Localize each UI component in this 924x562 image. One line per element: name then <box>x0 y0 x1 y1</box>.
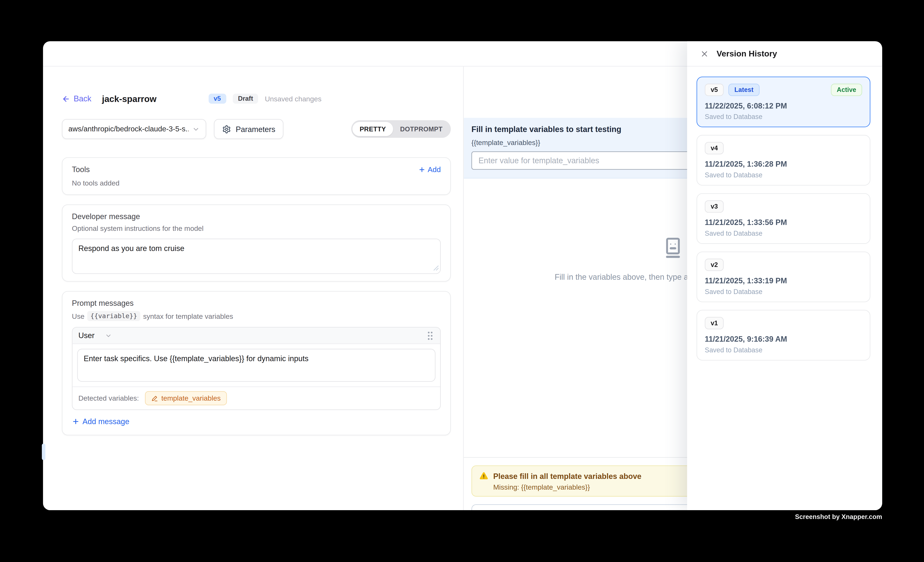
app-window: Back jack-sparrow v5 Draft Unsaved chang… <box>43 41 882 510</box>
back-label: Back <box>74 94 92 103</box>
add-message-label: Add message <box>82 417 129 426</box>
collapsed-sidebar-handle[interactable] <box>42 444 45 460</box>
toggle-option-pretty[interactable]: PRETTY <box>352 122 393 136</box>
active-badge: Active <box>831 84 862 96</box>
stage: Back jack-sparrow v5 Draft Unsaved chang… <box>0 0 924 562</box>
version-history-title: Version History <box>717 49 777 58</box>
variable-code-chip: {{variable}} <box>87 311 140 321</box>
title-row: Back jack-sparrow v5 Draft Unsaved chang… <box>62 94 451 104</box>
version-status: Saved to Database <box>705 172 862 179</box>
version-timestamp: 11/22/2025, 6:08:12 PM <box>705 102 862 110</box>
message-block: User Enter task specifics. Use {{templat… <box>72 327 441 410</box>
back-button[interactable]: Back <box>62 94 92 103</box>
version-status: Saved to Database <box>705 230 862 237</box>
version-number-badge: v3 <box>705 200 724 212</box>
model-select[interactable]: aws/anthropic/bedrock-claude-3-5-s... <box>62 119 206 139</box>
add-tool-button[interactable]: Add <box>418 165 441 173</box>
hint-suffix: syntax for template variables <box>143 312 233 320</box>
tools-title: Tools <box>72 165 90 174</box>
version-status: Saved to Database <box>705 113 862 120</box>
developer-message-title: Developer message <box>72 212 441 221</box>
warning-title: Please fill in all template variables ab… <box>493 472 642 480</box>
version-status: Saved to Database <box>705 288 862 295</box>
version-badge: v5 <box>208 94 226 104</box>
version-timestamp: 11/21/2025, 9:16:39 AM <box>705 335 862 343</box>
warning-triangle-icon <box>479 471 489 481</box>
detected-variables-row: Detected variables: template_variables <box>72 386 440 409</box>
detected-variables-label: Detected variables: <box>78 394 139 402</box>
plus-icon <box>72 418 80 425</box>
prompt-editor-pane: Back jack-sparrow v5 Draft Unsaved chang… <box>43 67 464 510</box>
draft-badge: Draft <box>232 94 258 104</box>
version-timestamp: 11/21/2025, 1:36:28 PM <box>705 160 862 169</box>
version-status: Saved to Database <box>705 347 862 354</box>
chevron-down-icon <box>105 332 112 339</box>
page-title: jack-sparrow <box>102 94 157 104</box>
latest-badge: Latest <box>729 84 759 96</box>
drag-handle-icon[interactable] <box>426 330 434 341</box>
arrow-left-icon <box>62 95 70 103</box>
plus-icon <box>418 166 426 173</box>
version-list: v5 Latest Active 11/22/2025, 6:08:12 PM … <box>687 67 882 360</box>
template-syntax-hint: Use {{variable}} syntax for template var… <box>72 311 441 321</box>
developer-message-textarea[interactable]: Respond as you are tom cruise <box>72 239 441 274</box>
close-icon[interactable] <box>700 49 709 58</box>
template-variable-chip[interactable]: template_variables <box>145 391 227 405</box>
unsaved-changes-label: Unsaved changes <box>265 95 321 103</box>
prompt-messages-card: Prompt messages Use {{variable}} syntax … <box>62 291 451 435</box>
message-textarea[interactable]: Enter task specifics. Use {{template_var… <box>77 349 435 382</box>
tools-empty-text: No tools added <box>72 179 441 187</box>
version-card-v3[interactable]: v3 11/21/2025, 1:33:56 PM Saved to Datab… <box>697 193 870 244</box>
model-toolbar: aws/anthropic/bedrock-claude-3-5-s... Pa… <box>62 119 451 139</box>
parameters-label: Parameters <box>236 125 275 133</box>
version-number-badge: v1 <box>705 317 724 329</box>
role-select-value: User <box>78 331 94 340</box>
add-tool-label: Add <box>428 165 441 173</box>
developer-message-subtitle: Optional system instructions for the mod… <box>72 224 441 233</box>
version-card-v1[interactable]: v1 11/21/2025, 9:16:39 AM Saved to Datab… <box>697 310 870 360</box>
version-history-header: Version History <box>687 41 882 67</box>
version-card-v4[interactable]: v4 11/21/2025, 1:36:28 PM Saved to Datab… <box>697 135 870 185</box>
watermark-text: Screenshot by Xnapper.com <box>795 513 882 520</box>
version-timestamp: 11/21/2025, 1:33:56 PM <box>705 218 862 227</box>
template-variable-name: template_variables <box>161 394 221 402</box>
hint-prefix: Use <box>72 312 84 320</box>
version-number-badge: v4 <box>705 142 724 154</box>
version-card-v5[interactable]: v5 Latest Active 11/22/2025, 6:08:12 PM … <box>697 76 870 127</box>
resize-handle-icon[interactable] <box>433 265 439 271</box>
version-card-v2[interactable]: v2 11/21/2025, 1:33:19 PM Saved to Datab… <box>697 252 870 302</box>
version-number-badge: v2 <box>705 259 724 271</box>
role-select[interactable]: User <box>78 331 112 340</box>
message-header: User <box>72 327 440 344</box>
format-toggle: PRETTY DOTPROMPT <box>351 120 451 138</box>
gear-icon <box>222 125 231 133</box>
parameters-button[interactable]: Parameters <box>214 119 284 139</box>
chevron-down-icon <box>192 125 200 133</box>
prompt-messages-title: Prompt messages <box>72 299 441 308</box>
version-timestamp: 11/21/2025, 1:33:19 PM <box>705 277 862 285</box>
add-message-button[interactable]: Add message <box>72 417 129 426</box>
version-history-panel: Version History v5 Latest Active 11/22/2… <box>687 41 882 510</box>
bot-face-icon <box>661 236 685 259</box>
developer-message-card: Developer message Optional system instru… <box>62 205 451 282</box>
version-number-badge: v5 <box>705 84 724 96</box>
model-select-value: aws/anthropic/bedrock-claude-3-5-s... <box>69 125 189 133</box>
toggle-option-dotprompt[interactable]: DOTPROMPT <box>393 122 450 136</box>
pencil-icon <box>151 395 158 402</box>
tools-card: Tools Add No tools added <box>62 157 451 195</box>
